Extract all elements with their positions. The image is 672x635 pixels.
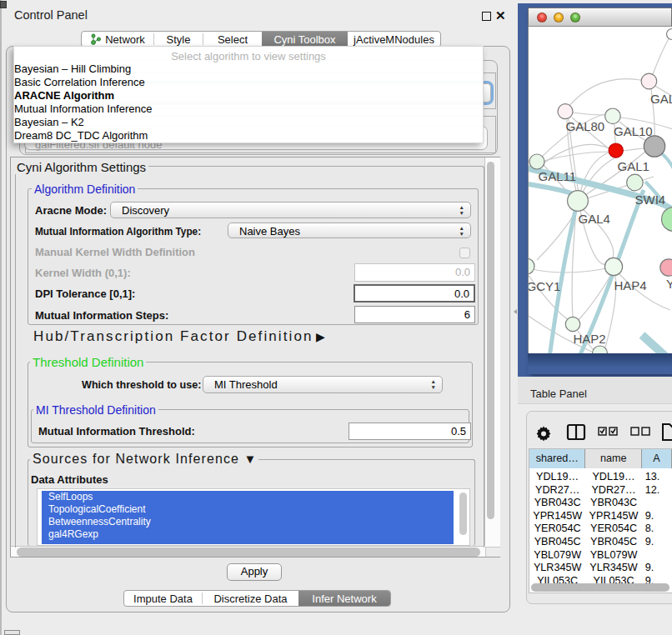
svg-text:GCY1: GCY1	[529, 279, 560, 293]
svg-text:HAP2: HAP2	[574, 332, 606, 346]
svg-text:GAL80: GAL80	[566, 119, 605, 133]
svg-text:GAL7: GAL7	[650, 92, 672, 106]
svg-text:HAP4: HAP4	[614, 278, 647, 292]
svg-text:GAL10: GAL10	[614, 124, 653, 138]
svg-text:SWI4: SWI4	[635, 192, 666, 207]
svg-text:GAL4: GAL4	[579, 212, 610, 226]
svg-text:GAL11: GAL11	[539, 169, 577, 183]
svg-text:GAL1: GAL1	[618, 159, 649, 173]
svg-text:Y: Y	[666, 277, 672, 291]
